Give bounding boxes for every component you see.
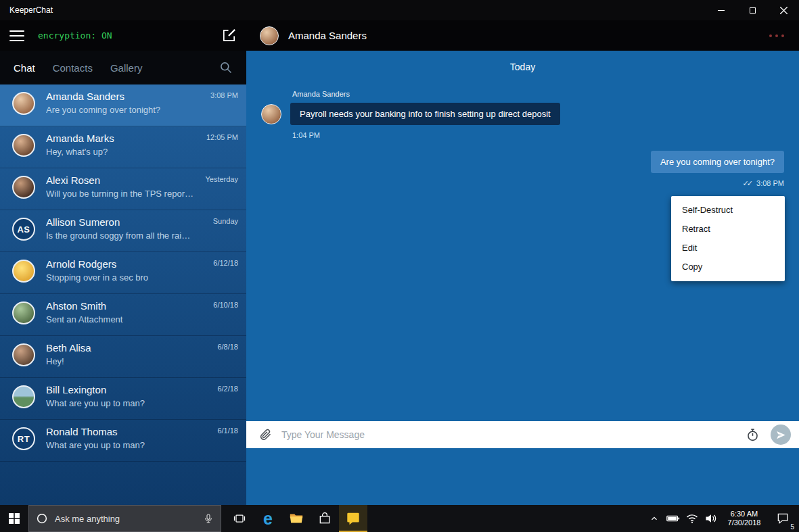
maximize-icon	[750, 7, 756, 14]
title-bar: KeeperChat	[0, 0, 799, 20]
chat-time: 6/12/18	[213, 259, 238, 267]
chat-preview: Hey, what's up?	[46, 147, 195, 157]
attachment-button[interactable]	[258, 428, 272, 441]
message-sender: Amanda Sanders	[292, 90, 560, 98]
chat-preview: Is the ground soggy from all the rain w.…	[46, 231, 195, 241]
chat-list-item[interactable]: Arnold Rodgers Stopping over in a sec br…	[0, 252, 246, 294]
wifi-icon	[685, 512, 699, 525]
paperclip-icon	[258, 428, 272, 441]
search-placeholder: Ask me anything	[55, 514, 120, 524]
chat-preview: What are you up to man?	[46, 440, 195, 450]
more-options-button[interactable]	[768, 30, 785, 41]
close-icon	[780, 7, 787, 14]
chat-time: 12:05 PM	[206, 133, 238, 141]
menu-item-copy[interactable]: Copy	[671, 258, 785, 276]
keeperchat-window: KeeperChat encryption: ON Chat Contacts …	[0, 0, 799, 532]
taskbar-clock[interactable]: 6:30 AM 7/30/2018	[721, 510, 768, 527]
timer-icon	[746, 428, 760, 442]
volume-tray-button[interactable]	[702, 505, 721, 532]
encryption-status: encryption: ON	[38, 30, 112, 41]
chat-name: Amanda Sanders	[46, 91, 238, 102]
close-button[interactable]	[768, 0, 799, 20]
avatar	[12, 134, 35, 157]
maximize-button[interactable]	[737, 0, 768, 20]
message-context-menu: Self-Destruct Retract Edit Copy	[671, 196, 785, 281]
tab-contacts[interactable]: Contacts	[53, 62, 93, 74]
outgoing-message: Are you coming over tonight? 3:08 PM	[651, 151, 784, 188]
search-button[interactable]	[219, 61, 233, 74]
menu-item-edit[interactable]: Edit	[671, 239, 785, 258]
send-icon	[776, 430, 786, 440]
task-view-button[interactable]	[225, 505, 254, 532]
minimize-button[interactable]	[706, 0, 737, 20]
chat-time: Yesterday	[205, 175, 238, 183]
chat-preview: Sent an Attachment	[46, 314, 195, 324]
outgoing-message-bubble[interactable]: Are you coming over tonight?	[651, 151, 784, 173]
network-tray-button[interactable]	[683, 505, 702, 532]
battery-icon	[666, 511, 681, 526]
message-status: 3:08 PM	[651, 179, 784, 188]
chat-preview: Stopping over in a sec bro	[46, 272, 195, 283]
message-composer	[246, 421, 799, 448]
task-view-icon	[233, 512, 246, 525]
sidebar-header: encryption: ON	[0, 20, 246, 51]
chat-list-item[interactable]: Ahston Smith Sent an Attachment 6/10/18	[0, 294, 246, 336]
message-input[interactable]	[281, 429, 746, 440]
day-divider: Today	[246, 51, 799, 72]
windows-taskbar: Ask me anything e	[0, 505, 799, 532]
hamburger-menu-button[interactable]	[9, 30, 26, 41]
chat-list: Amanda Sanders Are you coming over tonig…	[0, 84, 246, 505]
action-center-button[interactable]: 5	[768, 505, 798, 532]
start-button[interactable]	[0, 505, 28, 532]
tab-chat[interactable]: Chat	[14, 62, 35, 74]
conversation-title: Amanda Sanders	[288, 30, 367, 41]
cortana-search-box[interactable]: Ask me anything	[28, 505, 221, 532]
microphone-button[interactable]	[203, 513, 214, 524]
search-icon	[219, 61, 233, 74]
contact-avatar	[260, 26, 279, 45]
keeperchat-taskbar-button[interactable]	[339, 505, 367, 532]
chat-preview: Hey!	[46, 356, 195, 366]
speaker-icon	[704, 512, 718, 525]
chat-name: Allison Sumeron	[46, 216, 238, 228]
battery-tray-button[interactable]	[664, 505, 683, 532]
edge-button[interactable]: e	[254, 505, 282, 532]
cortana-icon	[36, 512, 48, 525]
chat-name: Beth Alisa	[46, 342, 238, 354]
show-hidden-icons-button[interactable]	[645, 505, 664, 532]
file-explorer-button[interactable]	[282, 505, 311, 532]
chat-list-item[interactable]: Beth Alisa Hey! 6/8/18	[0, 336, 246, 378]
conversation-header: Amanda Sanders	[246, 20, 799, 51]
message-time: 1:04 PM	[292, 131, 560, 139]
chat-list-item[interactable]: Amanda Sanders Are you coming over tonig…	[0, 84, 246, 126]
chat-list-item[interactable]: RT Ronald Thomas What are you up to man?…	[0, 420, 246, 462]
message-area: Today Amanda Sanders Payroll needs your …	[246, 51, 799, 421]
sidebar-tabs: Chat Contacts Gallery	[0, 51, 246, 84]
action-center-icon	[776, 512, 790, 525]
chat-list-item[interactable]: Alexi Rosen Will you be turning in the T…	[0, 168, 246, 210]
chat-time: 6/8/18	[217, 343, 238, 351]
menu-item-retract[interactable]: Retract	[671, 220, 785, 239]
chat-list-item[interactable]: Amanda Marks Hey, what's up? 12:05 PM	[0, 126, 246, 168]
chevron-up-icon	[649, 514, 659, 523]
clock-date: 7/30/2018	[721, 518, 768, 527]
menu-item-self-destruct[interactable]: Self-Destruct	[671, 201, 785, 220]
tab-gallery[interactable]: Gallery	[110, 62, 143, 74]
microphone-icon	[203, 513, 214, 524]
avatar-initials: AS	[12, 218, 35, 241]
chat-preview: Will you be turning in the TPS reports? …	[46, 189, 195, 199]
avatar-initials: RT	[12, 427, 35, 450]
send-button[interactable]	[771, 425, 791, 445]
chat-time: Sunday	[213, 217, 238, 225]
chat-list-item[interactable]: AS Allison Sumeron Is the ground soggy f…	[0, 210, 246, 252]
window-title: KeeperChat	[0, 5, 53, 15]
sidebar: encryption: ON Chat Contacts Gallery Ama…	[0, 20, 246, 505]
self-destruct-timer-button[interactable]	[746, 428, 760, 442]
store-button[interactable]	[311, 505, 339, 532]
chat-list-item[interactable]: Bill Lexington What are you up to man? 6…	[0, 378, 246, 420]
chat-time: 6/1/18	[217, 427, 238, 435]
new-message-button[interactable]	[221, 28, 237, 43]
edge-icon: e	[263, 510, 273, 527]
avatar	[12, 385, 35, 408]
incoming-message-bubble[interactable]: Payroll needs your banking info to finis…	[290, 103, 560, 125]
